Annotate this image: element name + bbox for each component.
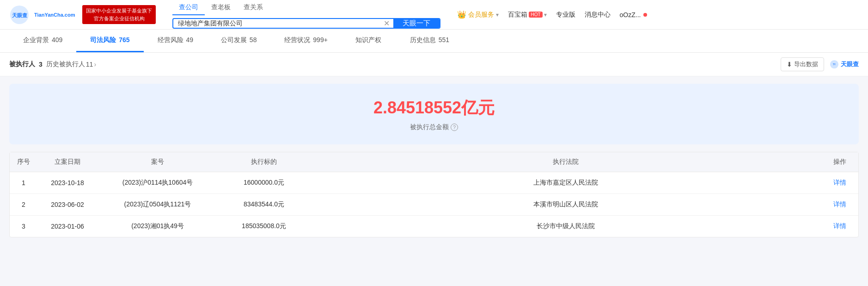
vip-service-button[interactable]: 👑 会员服务 ▾ — [457, 10, 499, 19]
cell-no-3: 3 — [10, 216, 37, 237]
search-button[interactable]: 天眼一下 — [393, 19, 440, 28]
cell-amount-1: 16000000.0元 — [218, 172, 310, 194]
cell-court-3: 长沙市中级人民法院 — [310, 216, 821, 237]
enforced-label: 被执行人 — [9, 60, 35, 68]
search-tab-company[interactable]: 查公司 — [172, 0, 205, 15]
tyc-logo-small: TY 天眼查 — [830, 60, 859, 69]
detail-link-2[interactable]: 详情 — [833, 200, 846, 208]
enforced-table: 序号 立案日期 案号 执行标的 执行法院 操作 1 2023-10-18 (20… — [10, 152, 858, 237]
search-tab-boss[interactable]: 查老板 — [205, 0, 237, 15]
cell-op-1: 详情 — [821, 172, 858, 194]
clear-icon[interactable]: ✕ — [380, 19, 393, 28]
cell-op-3: 详情 — [821, 216, 858, 237]
user-link[interactable]: oOzZ... — [620, 11, 641, 19]
notification-dot — [643, 13, 647, 17]
cell-date-3: 2023-01-06 — [37, 216, 98, 237]
history-link[interactable]: 历史被执行人 11 › — [46, 60, 96, 68]
cell-amount-3: 185035008.0元 — [218, 216, 310, 237]
logo-text: TianYanCha.com — [34, 12, 75, 18]
sub-header: 被执行人 3 历史被执行人 11 › ⬇ 导出数据 TY 天眼查 — [0, 53, 868, 76]
amount-card: 2.84518552亿元 被执行总金额 ? — [9, 84, 859, 144]
cell-case-1: (2023)沪0114执10604号 — [98, 172, 218, 194]
cell-no-2: 2 — [10, 194, 37, 216]
cell-court-1: 上海市嘉定区人民法院 — [310, 172, 821, 194]
chevron-down-icon: ▾ — [496, 12, 499, 18]
baobao-button[interactable]: 百宝箱 HOT ▾ — [508, 11, 546, 19]
cell-court-2: 本溪市明山区人民法院 — [310, 194, 821, 216]
enforced-count: 3 — [39, 61, 43, 68]
download-icon: ⬇ — [787, 61, 792, 68]
table-row: 3 2023-01-06 (2023)湘01执49号 185035008.0元 … — [10, 216, 858, 237]
table-header: 序号 立案日期 案号 执行标的 执行法院 操作 — [10, 152, 858, 172]
col-header-case: 案号 — [98, 152, 218, 172]
table-row: 1 2023-10-18 (2023)沪0114执10604号 16000000… — [10, 172, 858, 194]
tab-operation-status[interactable]: 经营状况 999+ — [270, 30, 341, 52]
search-input[interactable] — [173, 20, 380, 27]
nav-tabs: 企业背景 409 司法风险 765 经营风险 49 公司发展 58 经营状况 9… — [0, 30, 868, 53]
detail-link-3[interactable]: 详情 — [833, 222, 846, 230]
cell-no-1: 1 — [10, 172, 37, 194]
tab-intellectual-property[interactable]: 知识产权 — [342, 30, 396, 52]
svg-text:TY: TY — [833, 63, 836, 66]
tab-history-info[interactable]: 历史信息 551 — [396, 30, 463, 52]
col-header-amount: 执行标的 — [218, 152, 310, 172]
hot-badge: HOT — [529, 12, 542, 18]
table-wrap: 序号 立案日期 案号 执行标的 执行法院 操作 1 2023-10-18 (20… — [9, 152, 859, 237]
col-header-date: 立案日期 — [37, 152, 98, 172]
tab-enterprise-background[interactable]: 企业背景 409 — [9, 30, 76, 52]
chevron-down-icon-2: ▾ — [544, 12, 547, 18]
col-header-court: 执行法院 — [310, 152, 821, 172]
logo-icon: 天眼查 — [9, 5, 30, 25]
cell-case-2: (2023)辽0504执1121号 — [98, 194, 218, 216]
search-input-wrap: ✕ 天眼一下 — [172, 18, 440, 29]
crown-icon: 👑 — [457, 10, 466, 19]
notice-link[interactable]: 消息中心 — [585, 11, 611, 19]
cell-date-1: 2023-10-18 — [37, 172, 98, 194]
sub-header-left: 被执行人 3 历史被执行人 11 › — [9, 60, 96, 68]
tab-judicial-risk[interactable]: 司法风险 765 — [76, 30, 143, 52]
tab-operation-risk[interactable]: 经营风险 49 — [144, 30, 207, 52]
search-tabs: 查公司 查老板 查关系 — [172, 0, 440, 15]
sub-header-right: ⬇ 导出数据 TY 天眼查 — [781, 57, 859, 71]
pro-link[interactable]: 专业版 — [556, 11, 575, 19]
cell-case-3: (2023)湘01执49号 — [98, 216, 218, 237]
search-area: 查公司 查老板 查关系 ✕ 天眼一下 — [172, 0, 440, 29]
tab-company-development[interactable]: 公司发展 58 — [207, 30, 270, 52]
col-header-no: 序号 — [10, 152, 37, 172]
cell-amount-2: 83483544.0元 — [218, 194, 310, 216]
arrow-right-icon: › — [94, 61, 96, 68]
cell-op-2: 详情 — [821, 194, 858, 216]
table-row: 2 2023-06-02 (2023)辽0504执1121号 83483544.… — [10, 194, 858, 216]
detail-link-1[interactable]: 详情 — [833, 179, 846, 186]
table-body: 1 2023-10-18 (2023)沪0114执10604号 16000000… — [10, 172, 858, 237]
ad-banner: 国家中小企业发展子基金旗下 官方备案企业征信机构 — [82, 5, 156, 24]
cell-date-2: 2023-06-02 — [37, 194, 98, 216]
header-right: 👑 会员服务 ▾ 百宝箱 HOT ▾ 专业版 消息中心 oOzZ... — [457, 10, 647, 19]
header: 天眼查 TianYanCha.com 国家中小企业发展子基金旗下 官方备案企业征… — [0, 0, 868, 30]
amount-value: 2.84518552亿元 — [18, 97, 850, 119]
export-button[interactable]: ⬇ 导出数据 — [781, 57, 824, 71]
tyc-small-icon: TY — [830, 60, 839, 69]
amount-label: 被执行总金额 ? — [18, 123, 850, 131]
svg-text:天眼查: 天眼查 — [12, 12, 27, 18]
search-tab-relation[interactable]: 查关系 — [237, 0, 269, 15]
logo-area: 天眼查 TianYanCha.com — [9, 5, 75, 25]
question-icon[interactable]: ? — [451, 124, 458, 131]
col-header-op: 操作 — [821, 152, 858, 172]
